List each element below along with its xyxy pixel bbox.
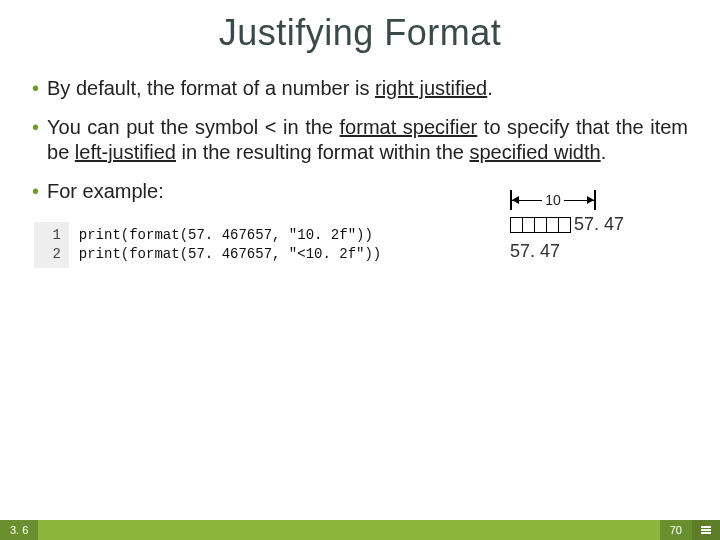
slide-title: Justifying Format — [0, 0, 720, 62]
text-fragment: in the resulting format within the — [176, 141, 469, 163]
code-gutter: 1 2 — [34, 222, 69, 268]
text-fragment: . — [487, 77, 493, 99]
menu-icon[interactable] — [692, 520, 720, 540]
underline-left-justified: left-justified — [75, 141, 176, 163]
bullet-2: • You can put the symbol < in the format… — [32, 115, 688, 165]
bullet-1-text: By default, the format of a number is ri… — [47, 76, 688, 101]
arrow-left-icon — [512, 196, 519, 204]
cell — [558, 217, 571, 233]
output-diagram: 10 57. 47 57. 47 — [510, 188, 680, 262]
section-number: 3. 6 — [0, 520, 38, 540]
bullet-2-text: You can put the symbol < in the format s… — [47, 115, 688, 165]
width-bar: 10 — [510, 190, 596, 210]
right-justified-row: 57. 47 — [510, 214, 680, 235]
text-fragment: You can put the symbol < in the — [47, 116, 340, 138]
code-block: 1 2 print(format(57. 467657, "10. 2f")) … — [34, 222, 454, 268]
text-fragment: By default, the format of a number is — [47, 77, 375, 99]
slide: Justifying Format • By default, the form… — [0, 0, 720, 540]
output-value-left: 57. 47 — [510, 241, 680, 262]
arrow-right-icon — [587, 196, 594, 204]
footer-spacer — [38, 520, 659, 540]
code-lines: print(format(57. 467657, "10. 2f")) prin… — [69, 222, 454, 268]
content-area: • By default, the format of a number is … — [0, 62, 720, 204]
bullet-dot-icon: • — [32, 76, 39, 101]
underline-specified-width: specified width — [469, 141, 600, 163]
underline-format-specifier: format specifier — [340, 116, 478, 138]
width-label: 10 — [542, 192, 564, 208]
footer-bar: 3. 6 70 — [0, 520, 720, 540]
underline-right-justified: right justified — [375, 77, 487, 99]
example-row: 1 2 print(format(57. 467657, "10. 2f")) … — [0, 218, 720, 268]
bullet-dot-icon: • — [32, 115, 39, 140]
text-fragment: . — [601, 141, 607, 163]
bullet-1: • By default, the format of a number is … — [32, 76, 688, 101]
padding-cells — [510, 217, 570, 233]
output-value-right: 57. 47 — [574, 214, 624, 235]
width-indicator: 10 — [510, 188, 680, 212]
bullet-dot-icon: • — [32, 179, 39, 204]
page-number: 70 — [660, 520, 692, 540]
